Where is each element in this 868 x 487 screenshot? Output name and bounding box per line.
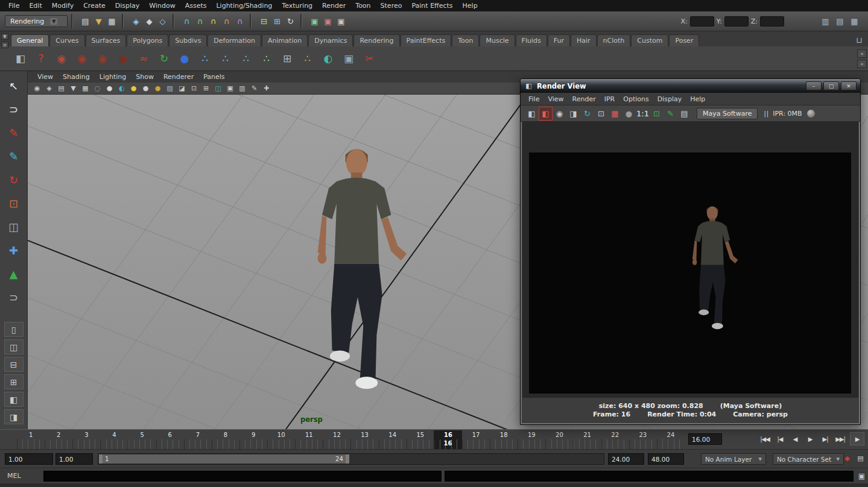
shelf-tab[interactable]: Poser xyxy=(669,34,699,46)
xray-icon[interactable]: ▨ xyxy=(164,83,176,94)
real-size-icon[interactable]: ⊡ xyxy=(650,107,663,120)
camera-film-icon[interactable]: ◉ xyxy=(93,49,112,68)
layout-single-pane-icon[interactable]: ▯ xyxy=(4,322,24,337)
scale-tool-icon[interactable]: ⊡ xyxy=(4,193,24,213)
toolbar-separator[interactable] xyxy=(173,14,177,28)
viewport-menu-item[interactable]: View xyxy=(33,72,58,82)
smooth-shade-icon[interactable]: ● xyxy=(104,83,115,94)
menu-item[interactable]: File xyxy=(4,1,24,11)
render-frame-icon[interactable]: ◧ xyxy=(525,107,538,120)
play-button[interactable]: ▶ xyxy=(850,432,864,445)
tool-settings-toggle-icon[interactable]: ▤ xyxy=(834,15,846,28)
x-input[interactable] xyxy=(690,16,714,27)
node-network-icon-4[interactable]: ∴ xyxy=(257,49,276,68)
menu-item[interactable]: Render xyxy=(317,1,350,11)
make-live-icon[interactable]: ∩ xyxy=(233,15,246,28)
render-view-titlebar[interactable]: ◧ Render View –▢✕ xyxy=(521,79,860,93)
redo-curve-icon[interactable]: ↻ xyxy=(154,49,174,68)
playback-range-bar[interactable]: 1 24 xyxy=(99,454,349,463)
menu-item[interactable]: Toon xyxy=(350,1,375,11)
command-input[interactable] xyxy=(43,471,442,482)
frame-tick[interactable]: 8 xyxy=(212,430,239,439)
rgb-channels-icon[interactable]: ▦ xyxy=(609,107,621,120)
isolate-select-icon[interactable]: ◪ xyxy=(176,83,188,94)
frame-tick[interactable]: 11 xyxy=(295,430,323,439)
playback-end-input[interactable]: 24.00 xyxy=(608,453,644,465)
camera-clap-icon[interactable]: ◉ xyxy=(52,49,71,68)
frame-tick[interactable]: 4 xyxy=(100,430,128,439)
layout-persp-outliner-icon[interactable]: ◧ xyxy=(4,392,24,407)
one-to-one-icon[interactable]: 1:1 xyxy=(636,107,649,120)
y-input[interactable] xyxy=(724,16,749,27)
use-lights-icon[interactable]: ● xyxy=(128,83,139,94)
shelf-tab[interactable]: General xyxy=(11,34,49,46)
minimize-button[interactable]: – xyxy=(806,81,822,90)
camera-attributes-icon[interactable]: ▤ xyxy=(55,83,67,94)
shelf-tab[interactable]: Deformation xyxy=(207,34,261,46)
layout-four-pane-icon[interactable]: ⊞ xyxy=(4,374,24,389)
universal-manipulator-icon[interactable]: ◫ xyxy=(4,217,24,236)
soft-mod-tool-icon[interactable]: ▲ xyxy=(4,264,24,283)
animation-start-input[interactable]: 1.00 xyxy=(5,453,53,465)
toolbar-separator[interactable] xyxy=(300,14,305,28)
bookmarks-icon[interactable]: ▼ xyxy=(68,83,79,94)
spreadsheet-icon[interactable]: ⊞ xyxy=(277,49,297,68)
select-camera-icon[interactable]: ◉ xyxy=(31,83,43,94)
node-network-icon-3[interactable]: ∴ xyxy=(236,49,256,68)
render-view-menu-item[interactable]: View xyxy=(543,94,568,104)
menu-set-selector[interactable]: Rendering ▼ xyxy=(5,15,68,27)
ipr-render-icon[interactable]: ▣ xyxy=(322,15,334,28)
channel-box-toggle-icon[interactable]: ▦ xyxy=(848,15,861,28)
shelf-tab[interactable]: Curves xyxy=(49,34,84,46)
lock-camera-icon[interactable]: ◈ xyxy=(43,83,55,94)
save-scene-icon[interactable]: ▦ xyxy=(106,15,118,28)
frame-tick[interactable]: 22 xyxy=(601,430,629,439)
render-view-menu-item[interactable]: IPR xyxy=(600,94,619,104)
shelf-tab[interactable]: Dynamics xyxy=(308,34,353,46)
viewport-menu-item[interactable]: Lighting xyxy=(95,72,131,82)
playback-start-input[interactable]: 1.00 xyxy=(55,453,93,465)
resolution-gate-icon[interactable]: ⊡ xyxy=(188,83,200,94)
construction-history-icon[interactable]: ↻ xyxy=(284,15,297,28)
textured-icon[interactable]: ◐ xyxy=(116,83,127,94)
edit-region-icon[interactable]: ✎ xyxy=(664,107,677,120)
step-forward-frame-button[interactable]: ▶ xyxy=(805,432,816,445)
current-time-input[interactable]: 16.00 xyxy=(688,433,722,445)
gate-mask-icon[interactable]: ⊞ xyxy=(200,83,212,94)
output-operations-icon[interactable]: ⊞ xyxy=(271,15,284,28)
frame-ruler[interactable] xyxy=(17,439,685,449)
menu-item[interactable]: Assets xyxy=(180,1,212,11)
lasso-tool-icon[interactable]: ⊃ xyxy=(4,99,24,119)
frame-tick[interactable]: 6 xyxy=(156,430,184,439)
refresh-ipr-icon[interactable]: ↻ xyxy=(581,107,594,120)
command-language-label[interactable]: MEL xyxy=(7,472,21,480)
safe-title-icon[interactable]: ▥ xyxy=(236,83,248,94)
frame-tick[interactable]: 7 xyxy=(184,430,212,439)
shelf-menu-button[interactable]: ≡ xyxy=(1,42,8,48)
go-to-start-button[interactable]: |◀◀ xyxy=(759,432,770,445)
render-view-menu-item[interactable]: Help xyxy=(686,94,709,104)
snap-to-plane-icon[interactable]: ∩ xyxy=(220,15,233,28)
shelf-tab[interactable]: Toon xyxy=(452,34,479,46)
menu-item[interactable]: Lighting/Shading xyxy=(211,1,277,11)
sphere-cube-icon[interactable]: ◐ xyxy=(318,49,338,68)
open-render-settings-icon[interactable]: ▤ xyxy=(678,107,691,120)
frame-tick[interactable]: 10 xyxy=(267,430,295,439)
shelf-tab[interactable]: Surfaces xyxy=(86,34,127,46)
wireframe-icon[interactable]: ◌ xyxy=(92,83,103,94)
shelf-tab[interactable]: Hair xyxy=(571,34,597,46)
rendered-image[interactable] xyxy=(529,152,851,394)
menu-item[interactable]: Texturing xyxy=(277,1,317,11)
shelf-tab[interactable]: PaintEffects xyxy=(401,34,452,46)
render-view-menu-item[interactable]: Display xyxy=(653,94,686,104)
shadows-icon[interactable]: ● xyxy=(140,83,151,94)
gamma-icon[interactable]: ● xyxy=(152,83,163,94)
select-object-icon[interactable]: ◆ xyxy=(143,15,156,28)
pan-zoom-icon[interactable]: ✚ xyxy=(261,83,272,94)
paint-effects-tool-icon[interactable]: ✎ xyxy=(4,146,24,166)
shelf-scroll-left-icon[interactable]: « xyxy=(857,49,867,58)
snap-to-grid-icon[interactable]: ∩ xyxy=(180,15,193,28)
render-current-frame-icon[interactable]: ▣ xyxy=(308,15,321,28)
input-operations-icon[interactable]: ⊟ xyxy=(258,15,270,28)
layout-two-stacked-icon[interactable]: ⊟ xyxy=(4,357,24,372)
